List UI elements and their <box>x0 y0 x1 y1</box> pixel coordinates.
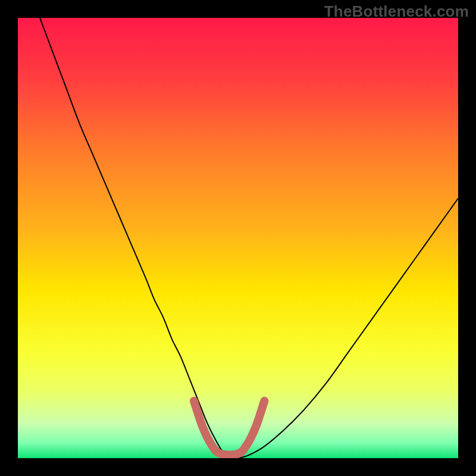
watermark-text: TheBottleneck.com <box>324 2 469 21</box>
plot-area <box>18 18 458 458</box>
gradient-background <box>18 18 458 458</box>
chart-svg <box>18 18 458 458</box>
chart-frame: TheBottleneck.com <box>0 0 476 476</box>
